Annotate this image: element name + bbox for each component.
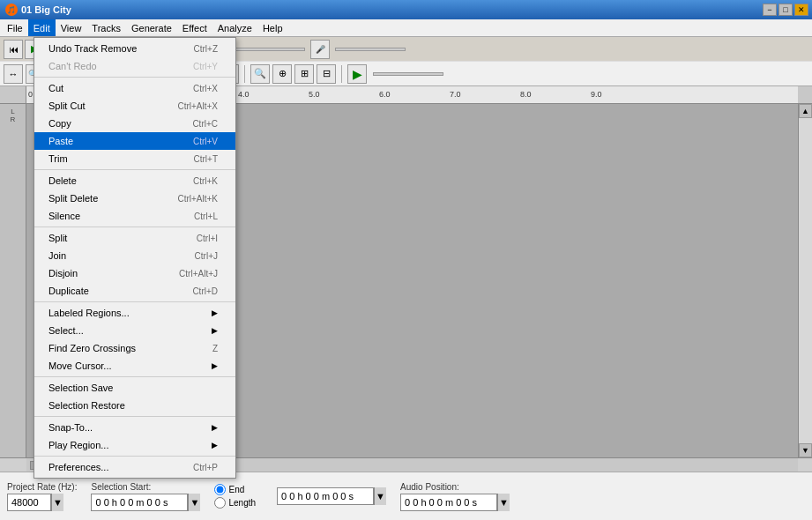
scroll-down-button[interactable]: ▼: [799, 443, 812, 457]
menu-analyze[interactable]: Analyze: [212, 19, 257, 36]
length-radio-input[interactable]: [214, 497, 226, 509]
timeline-mark-4: 4.0: [238, 90, 250, 99]
select-label: Select...: [48, 325, 84, 336]
menu-delete[interactable]: Delete Ctrl+K: [34, 172, 235, 189]
vertical-scrollbar[interactable]: ▲ ▼: [798, 104, 812, 457]
select-arrow: ▶: [212, 326, 218, 335]
title-buttons[interactable]: − □ ✕: [763, 4, 808, 16]
menu-join[interactable]: Join Ctrl+J: [34, 247, 235, 264]
audio-position-value[interactable]: 0 0 h 0 0 m 0 0 s: [400, 494, 497, 511]
scroll-up-button[interactable]: ▲: [799, 104, 812, 118]
zoom-toggle-button[interactable]: ⊞: [294, 64, 314, 84]
cut-label: Cut: [48, 83, 63, 93]
split-delete-label: Split Delete: [48, 193, 98, 204]
menu-silence[interactable]: Silence Ctrl+L: [34, 207, 235, 225]
menu-selection-save[interactable]: Selection Save: [34, 379, 235, 397]
smart-cursor-button[interactable]: ↔: [4, 64, 23, 84]
menu-tracks[interactable]: Tracks: [86, 19, 126, 36]
title-bar-left: 🎵 01 Big City: [5, 4, 71, 16]
menu-play-region[interactable]: Play Region... ▶: [34, 436, 235, 454]
menu-undo-track-remove[interactable]: Undo Track Remove Ctrl+Z: [34, 40, 235, 57]
project-rate-value[interactable]: 48000: [7, 494, 51, 511]
timeline-scrollbar-corner: [798, 86, 812, 103]
copy-shortcut: Ctrl+C: [192, 119, 218, 129]
playback-speed-slider[interactable]: [373, 72, 443, 76]
split-delete-shortcut: Ctrl+Alt+K: [177, 194, 218, 204]
zoom-all-button[interactable]: ⊟: [317, 64, 336, 84]
end-time-dropdown[interactable]: ▼: [374, 487, 386, 505]
end-time-value[interactable]: 0 0 h 0 0 m 0 0 s: [277, 487, 374, 505]
hscroll-corner-left: [0, 458, 26, 472]
redo-label: Can't Redo: [48, 61, 97, 71]
menu-preferences[interactable]: Preferences... Ctrl+P: [34, 458, 235, 476]
play-region-arrow: ▶: [212, 441, 218, 449]
cut-shortcut: Ctrl+X: [193, 84, 218, 93]
find-zero-crossings-label: Find Zero Crossings: [48, 343, 136, 353]
end-radio-label: End: [228, 485, 244, 494]
timeline-mark-0: 0: [28, 90, 33, 99]
minimize-button[interactable]: −: [763, 4, 777, 16]
menu-trim[interactable]: Trim Ctrl+T: [34, 150, 235, 167]
timeline-mark-9: 9.0: [591, 90, 602, 99]
maximize-button[interactable]: □: [778, 4, 793, 16]
menu-cant-redo[interactable]: Can't Redo Ctrl+Y: [34, 57, 235, 75]
menu-move-cursor[interactable]: Move Cursor... ▶: [34, 357, 235, 375]
menu-paste[interactable]: Paste Ctrl+V: [34, 132, 235, 150]
menu-section-split: Split Ctrl+I Join Ctrl+J Disjoin Ctrl+Al…: [34, 227, 235, 302]
silence-shortcut: Ctrl+L: [194, 212, 218, 221]
move-cursor-label: Move Cursor...: [48, 360, 112, 371]
volume-slider[interactable]: [235, 48, 305, 51]
menu-split-delete[interactable]: Split Delete Ctrl+Alt+K: [34, 189, 235, 207]
audio-position-dropdown[interactable]: ▼: [497, 494, 510, 511]
menu-generate[interactable]: Generate: [126, 19, 177, 36]
menu-find-zero-crossings[interactable]: Find Zero Crossings Z: [34, 339, 235, 357]
project-rate-input: 48000 ▼: [7, 494, 77, 511]
selection-start-field: Selection Start: 0 0 h 0 0 m 0 0 s ▼: [91, 482, 200, 511]
selection-start-dropdown[interactable]: ▼: [188, 494, 200, 511]
menu-edit[interactable]: Edit: [28, 19, 56, 36]
menu-section-undo: Undo Track Remove Ctrl+Z Can't Redo Ctrl…: [34, 38, 235, 78]
menu-effect[interactable]: Effect: [177, 19, 212, 36]
scroll-track[interactable]: [799, 118, 812, 443]
zoom-fit-button[interactable]: 🔍: [250, 64, 270, 84]
copy-label: Copy: [48, 118, 71, 129]
menu-view[interactable]: View: [56, 19, 87, 36]
menu-copy[interactable]: Copy Ctrl+C: [34, 115, 235, 132]
project-rate-dropdown[interactable]: ▼: [51, 494, 63, 511]
selection-save-label: Selection Save: [48, 383, 113, 393]
ruler-corner: [0, 86, 26, 103]
menu-disjoin[interactable]: Disjoin Ctrl+Alt+J: [34, 264, 235, 282]
menu-select[interactable]: Select... ▶: [34, 322, 235, 339]
labeled-regions-label: Labeled Regions...: [48, 308, 130, 318]
play-region-label: Play Region...: [48, 440, 108, 450]
menu-selection-restore[interactable]: Selection Restore: [34, 397, 235, 414]
selection-start-input: 0 0 h 0 0 m 0 0 s ▼: [91, 494, 200, 511]
end-radio-input[interactable]: [214, 484, 226, 495]
disjoin-label: Disjoin: [48, 268, 78, 279]
end-length-radio: End Length: [214, 484, 256, 509]
length-radio-label: Length: [228, 498, 256, 508]
zoom-sel-button[interactable]: ⊕: [272, 64, 292, 84]
skip-start-button[interactable]: ⏮: [4, 40, 23, 59]
end-radio[interactable]: End: [214, 484, 256, 495]
menu-snap-to[interactable]: Snap-To... ▶: [34, 419, 235, 436]
move-cursor-arrow: ▶: [212, 361, 218, 370]
menu-duplicate[interactable]: Duplicate Ctrl+D: [34, 282, 235, 300]
timeline-mark-7: 7.0: [450, 90, 461, 99]
trim-label: Trim: [48, 153, 68, 164]
delete-label: Delete: [48, 175, 77, 186]
ruler-label-r: R: [0, 115, 26, 123]
length-radio[interactable]: Length: [214, 497, 256, 509]
close-button[interactable]: ✕: [794, 4, 808, 16]
menu-file[interactable]: File: [2, 19, 28, 36]
selection-start-value[interactable]: 0 0 h 0 0 m 0 0 s: [91, 494, 188, 511]
menu-cut[interactable]: Cut Ctrl+X: [34, 79, 235, 97]
menu-split-cut[interactable]: Split Cut Ctrl+Alt+X: [34, 97, 235, 115]
play-green-button[interactable]: ▶: [347, 64, 367, 84]
menu-help[interactable]: Help: [257, 19, 288, 36]
menu-labeled-regions[interactable]: Labeled Regions... ▶: [34, 304, 235, 322]
menu-split[interactable]: Split Ctrl+I: [34, 229, 235, 247]
input-slider[interactable]: [335, 48, 406, 51]
project-rate-field: Project Rate (Hz): 48000 ▼: [7, 482, 77, 511]
duplicate-shortcut: Ctrl+D: [192, 286, 218, 296]
